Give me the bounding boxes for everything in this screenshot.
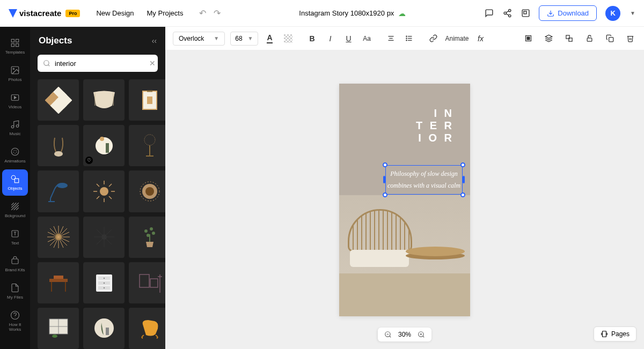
effects-button[interactable]: fx [474,32,487,45]
object-thumb[interactable] [129,262,165,303]
background-icon [10,201,20,212]
nav-brandkits[interactable]: Brand Kits [2,251,28,277]
avatar[interactable]: K [605,6,620,21]
selection-handle[interactable] [383,162,387,167]
nav-rail: Templates Photos Videos Music Animations… [0,27,30,349]
object-thumb[interactable] [83,170,125,212]
nav-my-projects[interactable]: My Projects [147,9,184,17]
svg-rect-130 [602,331,606,337]
zoom-level[interactable]: 30% [398,331,411,338]
pages-button[interactable]: Pages [594,326,636,341]
svg-rect-103 [106,328,109,335]
svg-rect-21 [14,179,19,183]
resize-icon[interactable] [521,9,530,18]
nav-videos[interactable]: Videos [2,88,28,114]
canvas-viewport[interactable]: I N T E R I O R Philosophy of slow desig… [165,50,644,349]
nav-howitworks[interactable]: How It Works [2,306,28,337]
nav-text[interactable]: Text [2,224,28,250]
svg-rect-8 [11,39,14,42]
nav-templates[interactable]: Templates [2,33,28,60]
font-select[interactable]: Overlock ▼ [173,32,225,46]
svg-point-1 [504,12,506,14]
object-thumb[interactable] [38,125,79,166]
selection-handle[interactable] [460,162,465,167]
delete-button[interactable] [624,32,636,45]
text-case-button[interactable]: Aa [361,32,374,45]
italic-button[interactable]: I [324,32,337,45]
list-button[interactable] [403,32,416,45]
collapse-panel-icon[interactable]: ‹‹ [152,36,157,45]
svg-rect-94 [140,274,149,287]
object-grid[interactable] [30,79,165,349]
object-thumb[interactable] [83,262,125,303]
object-thumb[interactable] [83,308,125,349]
object-thumb[interactable] [38,79,79,121]
object-thumb[interactable] [38,308,79,349]
search-input[interactable] [55,60,145,68]
top-nav: New Design My Projects [96,9,183,17]
underline-button[interactable]: U [342,32,355,45]
redo-button[interactable]: ↷ [214,8,221,18]
rug-graphic [339,273,470,316]
text-color-button[interactable]: A [264,32,276,45]
object-thumb[interactable] [129,125,165,166]
nav-music[interactable]: Music [2,115,28,141]
object-thumb[interactable] [129,170,165,212]
layers-button[interactable] [542,32,555,45]
object-thumb[interactable] [129,79,165,121]
subtitle-text[interactable]: Philosophy of slow design combines with … [385,168,463,192]
duplicate-button[interactable] [603,32,616,45]
object-thumb[interactable] [129,217,165,258]
logo[interactable]: vistacreate Pro [9,9,80,18]
search-icon [43,60,50,67]
object-thumb[interactable] [38,170,79,212]
svg-point-113 [406,36,407,36]
artboard[interactable]: I N T E R I O R Philosophy of slow desig… [339,84,470,316]
group-button[interactable] [562,32,575,45]
svg-point-78 [144,229,148,233]
nav-photos[interactable]: Photos [2,61,28,87]
svg-line-60 [109,184,112,187]
object-thumb[interactable] [38,217,79,258]
animate-button[interactable]: Animate [445,32,469,45]
zoom-in-button[interactable] [418,331,425,338]
svg-point-31 [44,61,49,65]
comment-icon[interactable] [484,9,494,18]
document-title[interactable]: Instagram Story 1080x1920 px ☁ [221,9,484,18]
svg-line-58 [109,196,112,199]
zoom-out-button[interactable] [384,331,392,338]
bold-button[interactable]: B [306,32,319,45]
search-box[interactable]: ✕ [38,55,158,72]
howitworks-icon [10,310,20,321]
object-thumb[interactable] [129,308,165,349]
object-thumb[interactable] [83,217,125,258]
nav-myfiles[interactable]: My Files [2,278,28,305]
clear-search-icon[interactable]: ✕ [149,59,156,68]
nav-background[interactable]: Bckground [2,197,28,223]
link-button[interactable] [427,32,440,45]
position-button[interactable] [522,32,535,45]
transparency-button[interactable] [282,32,295,45]
subtitle-text-box[interactable]: Philosophy of slow design combines with … [385,165,463,195]
nav-new-design[interactable]: New Design [96,9,134,17]
nav-objects[interactable]: Objects [2,169,28,196]
text-toolbar: Overlock ▼ 68 ▼ A B I U Aa Animate fx [165,27,644,50]
svg-point-62 [145,187,154,196]
undo-button[interactable]: ↶ [199,8,206,18]
svg-rect-83 [49,279,68,282]
objects-icon [10,174,20,184]
font-size-select[interactable]: 68 ▼ [230,32,258,46]
svg-line-59 [97,196,99,199]
selection-side-handle[interactable] [463,176,465,183]
nav-animations[interactable]: Animations [2,142,28,168]
share-icon[interactable] [502,9,512,18]
title-text[interactable]: I N T E R I O R [416,107,454,144]
selection-side-handle[interactable] [383,176,385,183]
align-button[interactable] [385,32,398,45]
object-thumb[interactable] [38,262,79,303]
object-thumb[interactable] [83,125,125,166]
download-button[interactable]: Download [539,5,597,21]
lock-button[interactable] [583,32,596,45]
avatar-dropdown-caret[interactable]: ▼ [630,10,635,16]
object-thumb[interactable] [83,79,125,121]
